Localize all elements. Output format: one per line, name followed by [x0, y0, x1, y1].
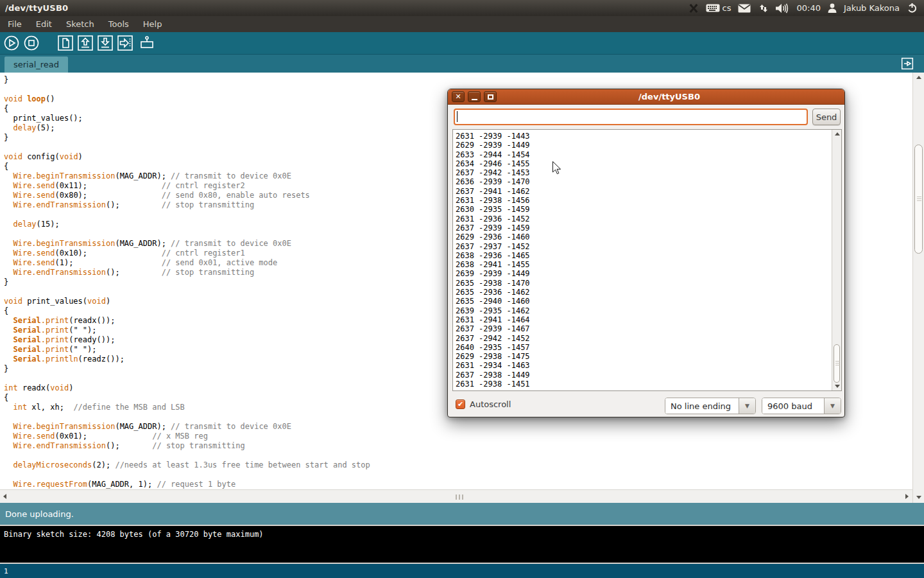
menu-tools[interactable]: Tools [101, 17, 136, 31]
menu-edit[interactable]: Edit [29, 17, 59, 31]
baud-rate-dropdown[interactable]: 9600 baud ▼ [762, 398, 841, 414]
dropdown-arrow-icon[interactable]: ▼ [739, 398, 755, 414]
hscroll-grip-icon [456, 495, 465, 500]
tab-menu-button[interactable] [901, 57, 914, 70]
send-button-label: Send [816, 112, 837, 122]
clock[interactable]: 00:40 [796, 3, 820, 13]
serial-scroll-up-icon[interactable] [835, 132, 840, 136]
dropdown-arrow-icon[interactable]: ▼ [824, 398, 841, 414]
serial-scrollbar[interactable] [832, 130, 841, 390]
user-icon[interactable] [828, 3, 837, 13]
close-button[interactable]: ✕ [452, 91, 465, 102]
serial-input[interactable] [454, 109, 808, 125]
maximize-icon [488, 94, 493, 100]
status-message: Done uploading. [5, 509, 74, 519]
editor-horizontal-scrollbar[interactable] [0, 489, 912, 503]
close-icon: ✕ [455, 92, 461, 101]
session-power-icon[interactable] [907, 3, 918, 13]
scroll-down-arrow-icon[interactable] [916, 496, 921, 499]
minimize-button[interactable] [468, 91, 481, 102]
menu-sketch[interactable]: Sketch [59, 17, 101, 31]
send-button[interactable]: Send [812, 109, 841, 125]
status-bar: Done uploading. [0, 503, 924, 525]
screen: /dev/ttyUSB0 cs 00:40 Jakub Kakona [0, 0, 924, 578]
open-button[interactable] [77, 35, 94, 51]
scroll-up-arrow-icon[interactable] [916, 76, 921, 79]
build-console: Binary sketch size: 4208 bytes (of a 307… [0, 525, 924, 564]
active-window-title: /dev/ttyUSB0 [0, 3, 68, 13]
window-controls: ✕ [452, 91, 498, 102]
mouse-cursor [552, 161, 562, 178]
serial-output-text: 2631 -2939 -1443 2629 -2939 -1449 2633 -… [453, 130, 841, 389]
current-line-number: 1 [4, 567, 8, 575]
text-caret [457, 111, 458, 122]
serial-window-titlebar[interactable]: ✕ /dev/ttyUSB0 [448, 89, 844, 105]
serial-input-row: Send [448, 105, 844, 129]
line-ending-value: No line ending [665, 398, 739, 414]
maximize-button[interactable] [484, 91, 497, 102]
ide-toolbar [0, 32, 924, 55]
line-number-strip: 1 [0, 564, 924, 578]
serial-bottom-bar: ✔ Autoscroll No line ending ▼ 9600 baud … [448, 395, 844, 418]
editor-vscroll-thumb[interactable] [914, 144, 923, 254]
upload-button[interactable] [117, 35, 133, 51]
mail-envelope-icon[interactable] [738, 4, 751, 13]
verify-button[interactable] [3, 35, 20, 51]
save-button[interactable] [97, 35, 114, 51]
updown-arrows-icon[interactable] [758, 3, 768, 13]
console-output: Binary sketch size: 4208 bytes (of a 307… [0, 526, 924, 539]
serial-window-title: /dev/ttyUSB0 [498, 92, 841, 101]
tray-app-x-icon[interactable] [689, 3, 699, 13]
menu-help[interactable]: Help [136, 17, 169, 31]
desktop-panel: /dev/ttyUSB0 cs 00:40 Jakub Kakona [0, 0, 924, 16]
autoscroll-checkbox[interactable]: ✔ [456, 399, 465, 409]
line-ending-dropdown[interactable]: No line ending ▼ [665, 398, 756, 414]
serial-monitor-button[interactable] [139, 35, 155, 51]
baud-rate-value: 9600 baud [762, 398, 824, 414]
tab-serial-read[interactable]: serial_read [4, 57, 68, 73]
menu-file[interactable]: File [1, 17, 29, 31]
menu-bar: File Edit Sketch Tools Help [0, 16, 924, 32]
scroll-left-arrow-icon[interactable] [3, 494, 6, 499]
serial-scroll-thumb[interactable] [834, 344, 840, 383]
scroll-right-arrow-icon[interactable] [905, 494, 909, 499]
tab-label: serial_read [13, 60, 59, 69]
check-icon: ✔ [458, 400, 463, 408]
editor-vertical-scrollbar[interactable] [912, 73, 924, 503]
serial-scroll-down-icon[interactable] [835, 385, 840, 388]
serial-monitor-window: ✕ /dev/ttyUSB0 Send 2631 -2939 -1443 262… [447, 89, 845, 417]
username-label[interactable]: Jakub Kakona [844, 3, 900, 13]
keyboard-layout-label: cs [723, 3, 732, 13]
thumb-grip-icon [917, 197, 921, 202]
serial-output-area: 2631 -2939 -1443 2629 -2939 -1449 2633 -… [452, 129, 842, 391]
minimize-icon [472, 99, 477, 100]
volume-icon[interactable] [775, 3, 789, 13]
thumb-grip-icon [835, 361, 840, 366]
system-tray: cs 00:40 Jakub Kakona [689, 3, 924, 13]
autoscroll-label: Autoscroll [470, 399, 511, 409]
keyboard-layout-icon[interactable]: cs [706, 3, 732, 13]
new-sketch-button[interactable] [57, 35, 74, 51]
tab-bar: serial_read [0, 55, 924, 73]
stop-button[interactable] [23, 35, 40, 51]
